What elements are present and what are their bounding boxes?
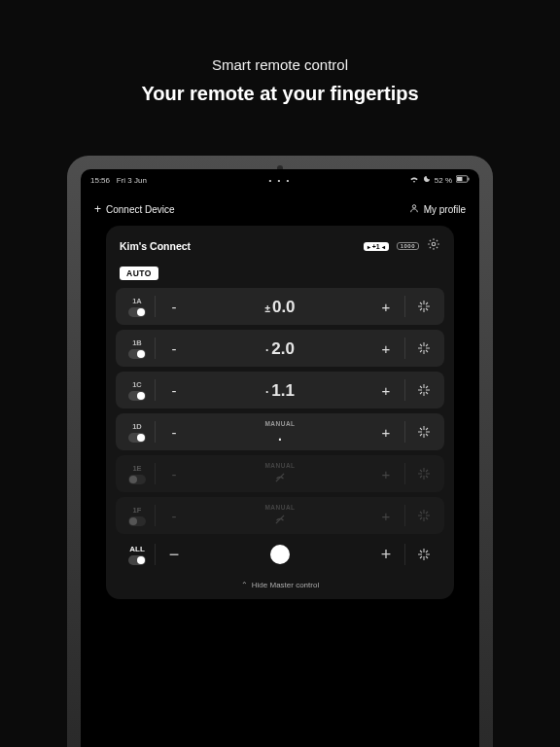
sparkle-icon xyxy=(416,547,432,562)
sparkle-icon xyxy=(416,466,432,481)
flash-button xyxy=(409,508,438,523)
wifi-icon xyxy=(409,175,419,185)
tablet-frame: 15:56 Fri 3 Jun • • • 52 % xyxy=(67,156,493,747)
increase-button[interactable]: + xyxy=(371,382,401,399)
decrease-button[interactable]: - xyxy=(159,382,189,399)
svg-rect-1 xyxy=(457,177,462,181)
decrease-button: - xyxy=(159,466,189,482)
person-icon xyxy=(409,203,419,215)
dnd-moon-icon xyxy=(423,175,431,185)
channel-row: 1B-·2.0+ xyxy=(116,330,444,367)
master-label: ALL xyxy=(129,545,145,553)
sparkle-icon xyxy=(416,382,432,398)
channel-id: 1D xyxy=(132,422,142,431)
svg-rect-2 xyxy=(468,177,469,180)
sparkle-icon xyxy=(416,424,432,440)
svg-point-4 xyxy=(432,242,436,246)
my-profile-label: My profile xyxy=(424,204,466,215)
master-plus-button[interactable]: + xyxy=(371,545,401,565)
settings-button[interactable] xyxy=(427,237,440,255)
channel-value: MANUAL xyxy=(189,505,371,527)
channel-toggle[interactable] xyxy=(128,391,146,401)
svg-point-3 xyxy=(412,205,415,208)
channel-row: 1A-±0.0+ xyxy=(116,288,444,325)
hide-master-label: Hide Master control xyxy=(252,581,319,589)
master-toggle[interactable] xyxy=(128,555,146,565)
hero-subtitle: Smart remote control xyxy=(0,56,560,73)
sparkle-icon xyxy=(416,340,432,356)
decrease-button[interactable]: - xyxy=(159,299,189,315)
flash-button[interactable] xyxy=(409,424,438,440)
channel-row: 1D-MANUAL.+ xyxy=(116,413,444,450)
multitask-dots-icon: • • • xyxy=(217,176,343,185)
channel-toggle[interactable] xyxy=(128,433,146,443)
connect-device-button[interactable]: + Connect Device xyxy=(94,202,175,216)
status-time: 15:56 xyxy=(90,176,110,185)
master-row: ALL − + xyxy=(116,536,444,573)
hero-title: Your remote at your fingertips xyxy=(0,83,560,105)
increase-button: + xyxy=(371,466,401,482)
channel-value: MANUAL xyxy=(189,463,371,485)
sparkle-icon xyxy=(416,508,432,523)
decrease-button[interactable]: - xyxy=(159,340,189,357)
channel-toggle[interactable] xyxy=(128,516,146,526)
channel-value[interactable]: ·1.1 xyxy=(189,382,371,399)
master-minus-button[interactable]: − xyxy=(159,545,189,565)
flash-button[interactable] xyxy=(409,299,438,314)
channel-toggle[interactable] xyxy=(128,307,146,317)
battery-icon xyxy=(456,175,470,185)
plus-icon: + xyxy=(94,202,101,216)
gear-icon xyxy=(427,237,440,251)
chevron-up-icon: ⌃ xyxy=(241,581,248,589)
channel-id: 1E xyxy=(132,464,141,473)
channel-id: 1C xyxy=(132,380,142,389)
hide-master-button[interactable]: ⌃ Hide Master control xyxy=(116,581,444,589)
increase-button[interactable]: + xyxy=(371,424,401,441)
master-fire-button[interactable] xyxy=(189,545,371,564)
channel-toggle[interactable] xyxy=(128,349,146,359)
channel-row: 1F-MANUAL+ xyxy=(116,497,444,534)
channel-row: 1C-·1.1+ xyxy=(116,372,444,409)
flash-button xyxy=(409,466,438,481)
channel-row: 1E-MANUAL+ xyxy=(116,455,444,492)
sparkle-icon xyxy=(416,299,432,314)
battery-pct: 52 % xyxy=(435,176,452,185)
flash-button[interactable] xyxy=(409,340,438,356)
increase-button: + xyxy=(371,508,401,524)
my-profile-button[interactable]: My profile xyxy=(409,203,466,215)
badge-primary: ▸+1◂ xyxy=(364,242,389,251)
channel-id: 1F xyxy=(133,506,142,515)
status-date: Fri 3 Jun xyxy=(117,176,147,185)
connect-device-label: Connect Device xyxy=(106,204,175,215)
badge-secondary: 1000 xyxy=(397,242,419,250)
channel-value[interactable]: ±0.0 xyxy=(189,299,371,315)
channel-value[interactable]: ·2.0 xyxy=(189,340,371,357)
device-title: Kim's Connect xyxy=(120,240,356,252)
no-signal-icon xyxy=(273,513,287,526)
master-flash-button[interactable] xyxy=(409,547,438,562)
no-signal-icon xyxy=(273,471,287,484)
status-bar: 15:56 Fri 3 Jun • • • 52 % xyxy=(81,175,479,185)
channel-id: 1A xyxy=(132,297,142,305)
decrease-button[interactable]: - xyxy=(159,424,189,441)
increase-button[interactable]: + xyxy=(371,299,401,315)
channel-value[interactable]: MANUAL. xyxy=(189,421,371,444)
mode-chip[interactable]: AUTO xyxy=(120,267,158,280)
channel-toggle[interactable] xyxy=(128,475,146,484)
decrease-button: - xyxy=(159,508,189,524)
channel-id: 1B xyxy=(132,338,142,347)
device-card: Kim's Connect ▸+1◂ 1000 AUTO 1A-±0.0+1B-… xyxy=(106,226,454,599)
flash-button[interactable] xyxy=(409,382,438,398)
circle-icon xyxy=(270,545,290,564)
increase-button[interactable]: + xyxy=(371,340,401,357)
